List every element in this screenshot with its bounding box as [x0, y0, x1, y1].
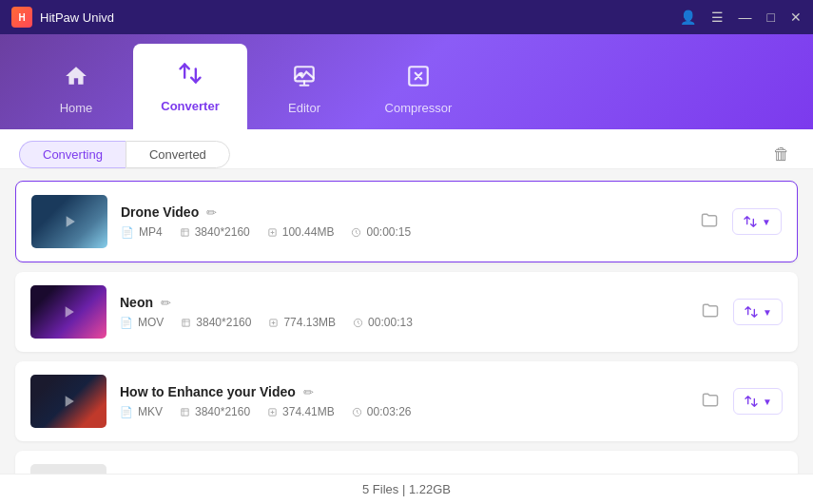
meta-duration-neon: 00:00:13 — [353, 316, 413, 329]
open-folder-button-neon[interactable] — [697, 297, 724, 328]
thumbnail-neon — [30, 285, 106, 339]
convert-button-neon[interactable]: ▼ — [733, 299, 783, 325]
nav-editor-label: Editor — [288, 101, 320, 115]
size-icon — [268, 318, 279, 328]
file-item-drone-video[interactable]: Drone Video✏📄MP43840*2160100.44MB00:00:1… — [15, 181, 798, 262]
dropdown-arrow-icon: ▼ — [763, 397, 772, 407]
convert-icon — [744, 394, 759, 409]
title-bar-controls: 👤 ☰ — □ ✕ — [680, 10, 802, 25]
app-logo: H — [11, 7, 32, 28]
title-bar: H HitPaw Univd 👤 ☰ — □ ✕ — [0, 0, 813, 34]
size-value-how-to-enhance: 374.41MB — [282, 405, 335, 418]
converter-icon — [177, 60, 203, 93]
file-info-how-to-enhance: How to Enhance your Video✏📄MKV3840*21603… — [120, 384, 684, 418]
edit-filename-button-neon[interactable]: ✏ — [161, 296, 171, 310]
file-name-neon: Neon — [120, 295, 153, 310]
app-name: HitPaw Univd — [40, 10, 114, 25]
open-folder-button-drone-video[interactable] — [696, 206, 723, 238]
meta-format-neon: 📄MOV — [120, 316, 164, 329]
maximize-button[interactable]: □ — [767, 10, 775, 25]
meta-duration-drone-video: 00:00:15 — [351, 225, 411, 239]
format-value-drone-video: MP4 — [139, 225, 163, 239]
nav-bar: Home Converter Editor — [0, 34, 813, 129]
file-name-row-neon: Neon✏ — [120, 295, 684, 310]
resolution-icon — [181, 318, 191, 328]
meta-resolution-how-to-enhance: 3840*2160 — [180, 405, 250, 418]
thumbnail-zoom-sound: 🎵 — [30, 464, 106, 474]
tab-converting[interactable]: Converting — [19, 141, 126, 168]
meta-size-drone-video: 100.44MB — [267, 225, 335, 239]
duration-icon — [351, 227, 361, 238]
meta-duration-how-to-enhance: 00:03:26 — [352, 405, 412, 418]
menu-icon[interactable]: ☰ — [711, 10, 724, 25]
duration-icon — [352, 407, 362, 417]
resolution-icon — [180, 227, 190, 238]
compressor-icon — [406, 64, 431, 95]
file-item-neon[interactable]: Neon✏📄MOV3840*2160774.13MB00:00:13▼ — [15, 272, 798, 352]
file-meta-drone-video: 📄MP43840*2160100.44MB00:00:15 — [121, 225, 683, 239]
dropdown-arrow-icon: ▼ — [762, 217, 771, 227]
thumbnail-drone-video — [31, 195, 107, 248]
file-name-row-drone-video: Drone Video✏ — [121, 204, 683, 220]
size-value-neon: 774.13MB — [283, 316, 336, 329]
file-name-row-how-to-enhance: How to Enhance your Video✏ — [120, 384, 684, 399]
file-info-neon: Neon✏📄MOV3840*2160774.13MB00:00:13 — [120, 295, 684, 329]
convert-button-drone-video[interactable]: ▼ — [732, 208, 782, 235]
file-meta-neon: 📄MOV3840*2160774.13MB00:00:13 — [120, 316, 684, 329]
thumbnail-how-to-enhance — [30, 375, 106, 428]
meta-format-drone-video: 📄MP4 — [121, 225, 163, 239]
file-meta-how-to-enhance: 📄MKV3840*2160374.41MB00:03:26 — [120, 405, 684, 418]
resolution-value-drone-video: 3840*2160 — [195, 225, 250, 239]
edit-filename-button-how-to-enhance[interactable]: ✏ — [303, 385, 314, 399]
nav-item-home[interactable]: Home — [19, 48, 133, 129]
duration-value-how-to-enhance: 00:03:26 — [367, 405, 412, 418]
nav-compressor-label: Compressor — [385, 101, 453, 115]
resolution-value-how-to-enhance: 3840*2160 — [195, 405, 250, 418]
content-area: Converting Converted 🗑 Drone Video✏📄MP43… — [0, 129, 813, 504]
resolution-value-neon: 3840*2160 — [196, 316, 251, 329]
tabs: Converting Converted — [19, 141, 230, 168]
format-value-how-to-enhance: MKV — [138, 405, 163, 418]
meta-resolution-neon: 3840*2160 — [181, 316, 251, 329]
meta-resolution-drone-video: 3840*2160 — [180, 225, 250, 239]
file-item-zoom-sound[interactable]: 🎵Zoom-Sound✏📄M4A320kbps142.88KB00:00:03▼ — [15, 451, 798, 474]
open-folder-button-how-to-enhance[interactable] — [697, 386, 724, 417]
home-icon — [64, 64, 88, 95]
nav-home-label: Home — [60, 101, 93, 115]
status-bar: 5 Files | 1.22GB — [0, 474, 813, 504]
file-icon: 📄 — [120, 406, 133, 418]
file-list: Drone Video✏📄MP43840*2160100.44MB00:00:1… — [0, 169, 813, 474]
resolution-icon — [180, 407, 190, 417]
file-name-how-to-enhance: How to Enhance your Video — [120, 384, 296, 399]
editor-icon — [292, 64, 317, 95]
nav-item-compressor[interactable]: Compressor — [361, 48, 475, 129]
file-item-how-to-enhance[interactable]: How to Enhance your Video✏📄MKV3840*21603… — [15, 361, 798, 441]
title-bar-left: H HitPaw Univd — [11, 7, 114, 28]
duration-value-drone-video: 00:00:15 — [366, 225, 411, 239]
duration-icon — [353, 318, 363, 328]
size-icon — [267, 407, 278, 417]
file-actions-neon: ▼ — [697, 297, 783, 328]
minimize-button[interactable]: — — [739, 10, 752, 25]
size-value-drone-video: 100.44MB — [282, 225, 335, 239]
meta-format-how-to-enhance: 📄MKV — [120, 405, 163, 418]
delete-all-button[interactable]: 🗑 — [769, 141, 794, 168]
user-icon[interactable]: 👤 — [680, 10, 696, 25]
file-actions-how-to-enhance: ▼ — [697, 386, 783, 417]
tab-converted[interactable]: Converted — [126, 141, 230, 168]
edit-filename-button-drone-video[interactable]: ✏ — [206, 205, 217, 220]
file-actions-drone-video: ▼ — [696, 206, 782, 238]
nav-item-converter[interactable]: Converter — [133, 44, 247, 129]
nav-item-editor[interactable]: Editor — [247, 48, 361, 129]
nav-converter-label: Converter — [161, 99, 219, 113]
size-icon — [267, 227, 278, 238]
meta-size-how-to-enhance: 374.41MB — [267, 405, 335, 418]
meta-size-neon: 774.13MB — [268, 316, 336, 329]
file-info-drone-video: Drone Video✏📄MP43840*2160100.44MB00:00:1… — [121, 204, 683, 239]
convert-button-how-to-enhance[interactable]: ▼ — [733, 388, 783, 415]
dropdown-arrow-icon: ▼ — [763, 307, 772, 318]
close-button[interactable]: ✕ — [790, 10, 802, 25]
file-icon: 📄 — [120, 317, 133, 329]
duration-value-neon: 00:00:13 — [368, 316, 413, 329]
status-text: 5 Files | 1.22GB — [362, 482, 451, 496]
